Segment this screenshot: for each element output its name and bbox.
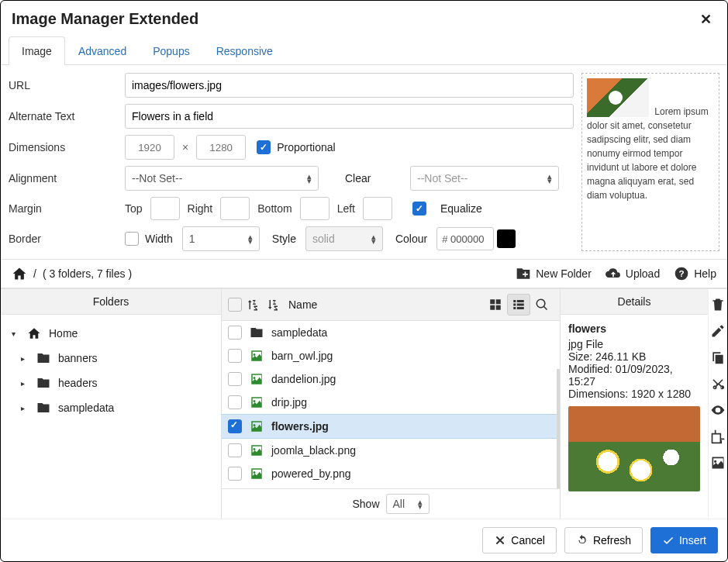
file-checkbox[interactable] [228,326,242,340]
width-input[interactable] [125,135,174,160]
equalize-label: Equalize [440,202,482,215]
file-row[interactable]: powered_by.png [222,462,560,485]
border-colour-input[interactable] [436,227,494,250]
border-width-label: Width [145,233,173,245]
close-icon[interactable]: ✕ [697,11,715,28]
help-icon: ? [674,266,689,281]
alt-label: Alternate Text [9,110,125,122]
file-name: sampledata [271,326,327,339]
grid-view-button[interactable] [484,294,507,315]
file-row[interactable]: joomla_black.png [222,439,560,462]
caret-icon: ▸ [21,354,29,363]
colour-swatch[interactable] [497,229,516,248]
image-icon[interactable] [710,455,726,471]
proportional-checkbox[interactable] [257,140,271,154]
list-view-button[interactable] [507,294,530,315]
show-label: Show [352,498,379,510]
select-all-checkbox[interactable] [228,298,242,312]
proportional-label: Proportional [277,141,336,153]
file-name: flowers.jpg [271,420,329,433]
preview-panel: Lorem ipsum dolor sit amet, consetetur s… [581,73,719,251]
height-input[interactable] [196,135,246,160]
copy-icon[interactable] [710,350,726,365]
eye-icon[interactable] [710,402,726,418]
file-row[interactable]: barn_owl.jpg [222,344,560,367]
alignment-label: Alignment [9,172,125,184]
file-checkbox[interactable] [228,419,242,433]
file-name: barn_owl.jpg [271,350,333,362]
details-type: jpg File [568,338,700,350]
cancel-button[interactable]: Cancel [482,527,557,553]
chevron-updown-icon: ▴▾ [547,174,552,183]
details-dimensions: Dimensions: 1920 x 1280 [568,388,700,400]
tree-item-headers[interactable]: ▸headers [1,371,221,395]
help-button[interactable]: ? Help [674,266,716,281]
tab-popups[interactable]: Popups [140,36,202,65]
details-size: Size: 246.11 KB [568,350,700,363]
crop-icon[interactable] [710,429,726,444]
refresh-button[interactable]: Refresh [564,527,643,553]
margin-left-input[interactable] [363,197,392,220]
new-folder-button[interactable]: New Folder [516,266,592,281]
name-column-header[interactable]: Name [288,298,317,311]
alignment-select[interactable]: --Not Set-- ▴▾ [125,166,319,191]
cut-icon[interactable] [710,376,726,391]
file-row[interactable]: dandelion.jpg [222,367,560,391]
file-name: powered_by.png [271,467,350,480]
clear-select[interactable]: --Not Set-- ▴▾ [410,166,559,191]
border-width-select[interactable]: 1 ▴▾ [182,226,260,251]
insert-button[interactable]: Insert [650,527,718,553]
tab-advanced[interactable]: Advanced [65,36,140,65]
file-checkbox[interactable] [228,443,242,457]
equalize-checkbox[interactable] [412,202,426,215]
tab-responsive[interactable]: Responsive [203,36,286,65]
tree-item-sampledata[interactable]: ▸sampledata [1,395,221,420]
url-label: URL [9,79,125,91]
margin-right-input[interactable] [220,197,250,220]
preview-text: Lorem ipsum dolor sit amet, consetetur s… [587,106,709,201]
tree-item-banners[interactable]: ▸banners [1,346,221,371]
show-select[interactable]: All ▴▾ [386,494,430,514]
caret-icon: ▸ [21,404,29,412]
file-name: joomla_black.png [271,444,356,457]
url-input[interactable] [125,73,574,98]
border-checkbox[interactable] [125,232,139,246]
file-checkbox[interactable] [228,349,242,363]
dimensions-separator: × [182,141,188,153]
delete-icon[interactable] [710,297,726,312]
tree-item-label: headers [58,377,98,389]
file-checkbox[interactable] [228,372,242,386]
margin-left-label: Left [337,202,355,215]
margin-bottom-input[interactable] [300,197,329,220]
tab-image[interactable]: Image [9,36,65,65]
sort-alpha-desc-icon[interactable] [268,298,282,312]
edit-icon[interactable] [710,323,726,339]
border-style-select[interactable]: solid ▴▾ [305,226,383,251]
breadcrumb-separator: / [33,267,36,280]
file-checkbox[interactable] [228,467,242,481]
dimensions-label: Dimensions [9,141,125,153]
margin-top-input[interactable] [150,197,180,220]
file-row[interactable]: flowers.jpg [222,414,560,439]
border-style-label: Style [272,233,296,245]
home-icon[interactable] [12,266,27,281]
file-name: dandelion.jpg [271,373,336,385]
tree-item-label: sampledata [58,402,114,414]
details-header: Details [561,289,708,315]
search-button[interactable] [530,294,554,315]
scrollbar[interactable] [557,369,560,488]
file-row[interactable]: drip.jpg [222,391,560,414]
tree-item-label: banners [58,352,98,364]
alt-input[interactable] [125,104,574,129]
file-row[interactable]: robin.jpg [222,485,560,488]
chevron-updown-icon: ▴▾ [307,174,312,183]
file-row[interactable]: sampledata [222,321,560,344]
upload-button[interactable]: Upload [606,266,660,281]
border-colour-label: Colour [395,233,427,245]
tree-item-home[interactable]: ▾Home [1,321,221,346]
sort-alpha-asc-icon[interactable] [248,298,262,312]
file-checkbox[interactable] [228,395,242,409]
clear-label: Clear [345,172,410,184]
folders-header: Folders [1,289,221,315]
margin-top-label: Top [125,202,143,215]
